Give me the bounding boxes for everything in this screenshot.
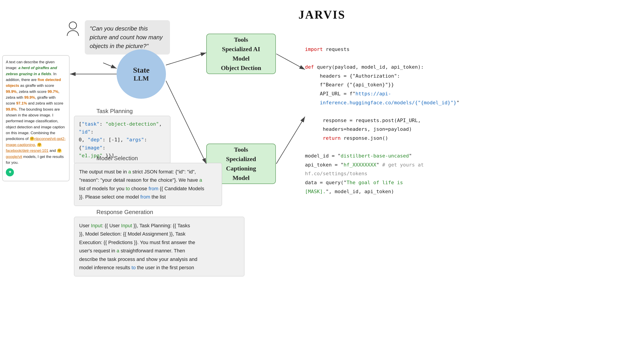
user-message: "Can you describe this picture and count… bbox=[85, 20, 170, 55]
tool-object-line1: Tools bbox=[234, 35, 248, 45]
code-line-8: return response.json() bbox=[305, 134, 462, 143]
model-selection-box: The output must be in a strict JSON form… bbox=[74, 163, 222, 206]
code-line-12: data = query("The goal of life is[MASK].… bbox=[305, 178, 462, 196]
tool-object-line3: Object Dection bbox=[221, 63, 261, 73]
code-line-4: f"Bearer {"{api_token}"}} bbox=[305, 80, 462, 89]
code-line-blank-2 bbox=[305, 107, 462, 116]
chatgpt-icon: ✦ bbox=[6, 168, 14, 176]
task-planning-label: Task Planning bbox=[96, 108, 133, 115]
llm-label: LLM bbox=[134, 75, 149, 82]
code-line-9: model_id = "distilbert-base-uncased" bbox=[305, 151, 462, 160]
svg-line-0 bbox=[103, 63, 116, 69]
svg-line-5 bbox=[276, 117, 305, 164]
code-block: import requests def query(payload, model… bbox=[305, 45, 462, 196]
code-line-10: api_token = "hf_XXXXXXXX" # get yours at bbox=[305, 160, 462, 169]
response-generation-label: Response Generation bbox=[96, 209, 153, 216]
code-line-3: headers = {"Authorization": bbox=[305, 72, 462, 81]
code-line-6: response = requests.post(API_URL, bbox=[305, 116, 462, 125]
tool-caption-line1: Tools bbox=[234, 145, 248, 154]
code-line-7: headers=headers, json=payload) bbox=[305, 125, 462, 134]
svg-line-4 bbox=[276, 54, 305, 70]
user-area: "Can you describe this picture and count… bbox=[65, 20, 170, 55]
code-line-blank-1 bbox=[305, 54, 462, 63]
user-icon bbox=[65, 20, 81, 36]
user-head-circle bbox=[69, 22, 77, 29]
code-line-11: hf.co/settings/tokens bbox=[305, 169, 462, 178]
response-bubble: A text can describe the given image: a h… bbox=[2, 55, 70, 181]
page-title: JARVIS bbox=[0, 0, 644, 21]
code-line-blank-3 bbox=[305, 143, 462, 152]
code-line-5: API_URL = f"https://api- inference.huggi… bbox=[305, 89, 462, 107]
tool-object-line2: Specialized AI Model bbox=[213, 45, 269, 63]
svg-line-1 bbox=[166, 53, 206, 65]
state-label: State bbox=[133, 66, 150, 75]
state-llm-node: State LLM bbox=[116, 49, 166, 99]
code-line-2: def query(payload, model_id, api_token): bbox=[305, 63, 462, 72]
model-selection-label: Model Selection bbox=[96, 155, 138, 162]
tool-object-detection: Tools Specialized AI Model Object Dectio… bbox=[206, 34, 276, 74]
svg-line-2 bbox=[166, 81, 206, 164]
code-line-1: import requests bbox=[305, 45, 462, 54]
response-generation-box: User Input: {{ User Input }}, Task Plann… bbox=[74, 217, 244, 276]
tool-caption-line3: Model bbox=[232, 173, 250, 183]
user-body-arc bbox=[67, 30, 79, 36]
